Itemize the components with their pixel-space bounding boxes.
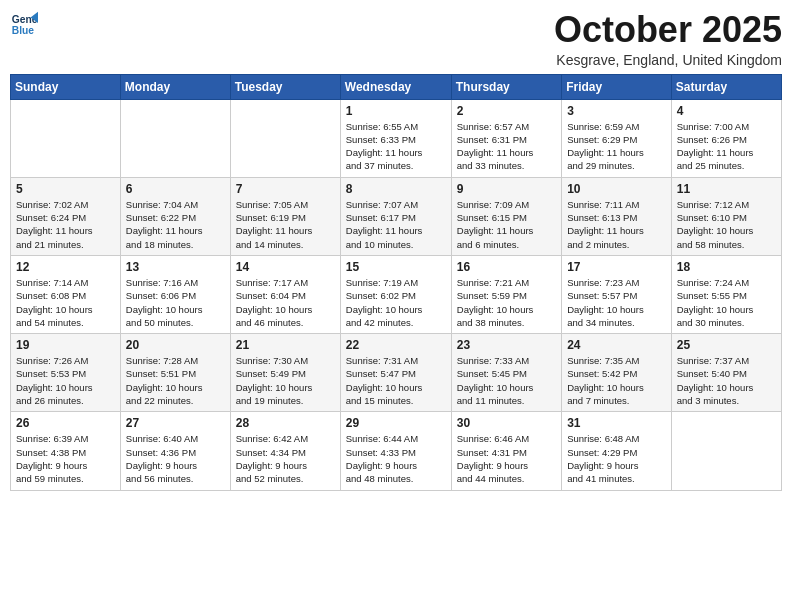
calendar-week-3: 12Sunrise: 7:14 AM Sunset: 6:08 PM Dayli… [11,255,782,333]
calendar-cell: 3Sunrise: 6:59 AM Sunset: 6:29 PM Daylig… [562,99,672,177]
calendar-cell [230,99,340,177]
calendar-cell: 27Sunrise: 6:40 AM Sunset: 4:36 PM Dayli… [120,412,230,490]
calendar-cell: 15Sunrise: 7:19 AM Sunset: 6:02 PM Dayli… [340,255,451,333]
weekday-header-thursday: Thursday [451,74,561,99]
weekday-header-tuesday: Tuesday [230,74,340,99]
calendar-cell: 5Sunrise: 7:02 AM Sunset: 6:24 PM Daylig… [11,177,121,255]
day-info: Sunrise: 7:37 AM Sunset: 5:40 PM Dayligh… [677,354,776,407]
day-number: 4 [677,104,776,118]
calendar-cell: 13Sunrise: 7:16 AM Sunset: 6:06 PM Dayli… [120,255,230,333]
day-info: Sunrise: 6:55 AM Sunset: 6:33 PM Dayligh… [346,120,446,173]
weekday-header-friday: Friday [562,74,672,99]
day-info: Sunrise: 7:28 AM Sunset: 5:51 PM Dayligh… [126,354,225,407]
calendar-cell: 29Sunrise: 6:44 AM Sunset: 4:33 PM Dayli… [340,412,451,490]
calendar-cell: 23Sunrise: 7:33 AM Sunset: 5:45 PM Dayli… [451,334,561,412]
day-number: 20 [126,338,225,352]
day-number: 21 [236,338,335,352]
day-number: 11 [677,182,776,196]
calendar-week-5: 26Sunrise: 6:39 AM Sunset: 4:38 PM Dayli… [11,412,782,490]
day-number: 29 [346,416,446,430]
day-info: Sunrise: 7:11 AM Sunset: 6:13 PM Dayligh… [567,198,666,251]
day-info: Sunrise: 7:31 AM Sunset: 5:47 PM Dayligh… [346,354,446,407]
calendar-week-1: 1Sunrise: 6:55 AM Sunset: 6:33 PM Daylig… [11,99,782,177]
day-info: Sunrise: 7:14 AM Sunset: 6:08 PM Dayligh… [16,276,115,329]
day-number: 6 [126,182,225,196]
day-info: Sunrise: 7:21 AM Sunset: 5:59 PM Dayligh… [457,276,556,329]
calendar-cell: 11Sunrise: 7:12 AM Sunset: 6:10 PM Dayli… [671,177,781,255]
day-info: Sunrise: 7:19 AM Sunset: 6:02 PM Dayligh… [346,276,446,329]
calendar-week-4: 19Sunrise: 7:26 AM Sunset: 5:53 PM Dayli… [11,334,782,412]
logo-icon: General Blue [10,10,38,38]
day-info: Sunrise: 7:12 AM Sunset: 6:10 PM Dayligh… [677,198,776,251]
day-info: Sunrise: 7:26 AM Sunset: 5:53 PM Dayligh… [16,354,115,407]
calendar-table: SundayMondayTuesdayWednesdayThursdayFrid… [10,74,782,491]
day-number: 28 [236,416,335,430]
page-header: General Blue October 2025 Kesgrave, Engl… [10,10,782,68]
day-info: Sunrise: 7:17 AM Sunset: 6:04 PM Dayligh… [236,276,335,329]
day-number: 12 [16,260,115,274]
day-info: Sunrise: 7:35 AM Sunset: 5:42 PM Dayligh… [567,354,666,407]
day-number: 15 [346,260,446,274]
day-number: 10 [567,182,666,196]
day-info: Sunrise: 7:04 AM Sunset: 6:22 PM Dayligh… [126,198,225,251]
title-block: October 2025 Kesgrave, England, United K… [554,10,782,68]
day-number: 26 [16,416,115,430]
day-number: 24 [567,338,666,352]
calendar-cell: 25Sunrise: 7:37 AM Sunset: 5:40 PM Dayli… [671,334,781,412]
day-number: 5 [16,182,115,196]
calendar-cell: 28Sunrise: 6:42 AM Sunset: 4:34 PM Dayli… [230,412,340,490]
day-info: Sunrise: 7:07 AM Sunset: 6:17 PM Dayligh… [346,198,446,251]
day-number: 14 [236,260,335,274]
day-number: 30 [457,416,556,430]
weekday-header-monday: Monday [120,74,230,99]
day-info: Sunrise: 7:16 AM Sunset: 6:06 PM Dayligh… [126,276,225,329]
day-number: 13 [126,260,225,274]
calendar-cell: 19Sunrise: 7:26 AM Sunset: 5:53 PM Dayli… [11,334,121,412]
calendar-cell [120,99,230,177]
day-number: 2 [457,104,556,118]
day-info: Sunrise: 7:30 AM Sunset: 5:49 PM Dayligh… [236,354,335,407]
day-number: 25 [677,338,776,352]
calendar-cell: 1Sunrise: 6:55 AM Sunset: 6:33 PM Daylig… [340,99,451,177]
day-info: Sunrise: 7:05 AM Sunset: 6:19 PM Dayligh… [236,198,335,251]
day-info: Sunrise: 6:57 AM Sunset: 6:31 PM Dayligh… [457,120,556,173]
day-number: 31 [567,416,666,430]
day-number: 1 [346,104,446,118]
calendar-cell: 2Sunrise: 6:57 AM Sunset: 6:31 PM Daylig… [451,99,561,177]
day-info: Sunrise: 7:02 AM Sunset: 6:24 PM Dayligh… [16,198,115,251]
calendar-cell: 10Sunrise: 7:11 AM Sunset: 6:13 PM Dayli… [562,177,672,255]
location: Kesgrave, England, United Kingdom [554,52,782,68]
day-number: 19 [16,338,115,352]
calendar-cell: 8Sunrise: 7:07 AM Sunset: 6:17 PM Daylig… [340,177,451,255]
calendar-cell: 17Sunrise: 7:23 AM Sunset: 5:57 PM Dayli… [562,255,672,333]
day-info: Sunrise: 7:00 AM Sunset: 6:26 PM Dayligh… [677,120,776,173]
day-info: Sunrise: 7:33 AM Sunset: 5:45 PM Dayligh… [457,354,556,407]
calendar-cell: 22Sunrise: 7:31 AM Sunset: 5:47 PM Dayli… [340,334,451,412]
day-info: Sunrise: 7:23 AM Sunset: 5:57 PM Dayligh… [567,276,666,329]
day-info: Sunrise: 6:40 AM Sunset: 4:36 PM Dayligh… [126,432,225,485]
calendar-cell: 26Sunrise: 6:39 AM Sunset: 4:38 PM Dayli… [11,412,121,490]
day-number: 27 [126,416,225,430]
calendar-cell: 31Sunrise: 6:48 AM Sunset: 4:29 PM Dayli… [562,412,672,490]
calendar-cell: 18Sunrise: 7:24 AM Sunset: 5:55 PM Dayli… [671,255,781,333]
day-info: Sunrise: 6:48 AM Sunset: 4:29 PM Dayligh… [567,432,666,485]
day-info: Sunrise: 6:42 AM Sunset: 4:34 PM Dayligh… [236,432,335,485]
weekday-header-sunday: Sunday [11,74,121,99]
calendar-cell [671,412,781,490]
calendar-cell: 7Sunrise: 7:05 AM Sunset: 6:19 PM Daylig… [230,177,340,255]
day-info: Sunrise: 6:46 AM Sunset: 4:31 PM Dayligh… [457,432,556,485]
logo: General Blue [10,10,38,38]
calendar-cell: 16Sunrise: 7:21 AM Sunset: 5:59 PM Dayli… [451,255,561,333]
calendar-cell [11,99,121,177]
calendar-cell: 12Sunrise: 7:14 AM Sunset: 6:08 PM Dayli… [11,255,121,333]
day-number: 18 [677,260,776,274]
day-info: Sunrise: 7:24 AM Sunset: 5:55 PM Dayligh… [677,276,776,329]
day-number: 7 [236,182,335,196]
day-number: 8 [346,182,446,196]
calendar-cell: 20Sunrise: 7:28 AM Sunset: 5:51 PM Dayli… [120,334,230,412]
calendar-cell: 24Sunrise: 7:35 AM Sunset: 5:42 PM Dayli… [562,334,672,412]
svg-text:Blue: Blue [12,25,35,36]
day-info: Sunrise: 6:39 AM Sunset: 4:38 PM Dayligh… [16,432,115,485]
day-number: 22 [346,338,446,352]
calendar-cell: 4Sunrise: 7:00 AM Sunset: 6:26 PM Daylig… [671,99,781,177]
